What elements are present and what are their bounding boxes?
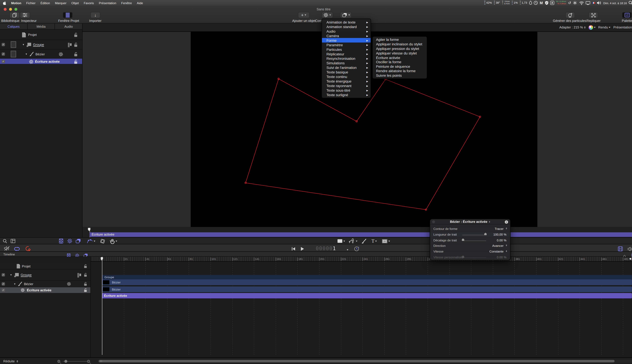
out-point-marker-icon[interactable]: ◀ [629,257,631,260]
hud-panel[interactable]: Bézier : Écriture activée i Contour de f… [430,219,510,260]
presentation-popup[interactable]: Présentation [614,26,632,29]
clock-datetime[interactable]: Dim. 4 oct. à 18:16 [603,2,627,4]
shape-submenu-item[interactable]: Appliquer pression du stylet [373,46,427,51]
color-channel-popup[interactable] [588,25,596,30]
generate-particles-button[interactable] [566,12,575,18]
edit-points-tool[interactable] [87,238,96,244]
shape-submenu-item[interactable]: Peinture de séquence [373,64,427,69]
shield-icon[interactable] [545,1,548,5]
timer-icon[interactable] [354,245,360,252]
zoom-in-icon[interactable] [87,359,91,364]
activation-checkbox[interactable]: ✓ [2,52,5,56]
menubar-help[interactable]: Aide [137,1,143,5]
shape-submenu-item[interactable]: Appliquer vitesse du stylet [373,51,427,55]
stat-cpu[interactable]: CPU1% [512,1,518,5]
tab-audio[interactable]: Audio [55,24,82,29]
rectangle-tool[interactable] [337,238,345,244]
timeline-row-bezier[interactable]: ✓ ▼ Bézier [0,280,90,287]
menubar-mark[interactable]: Marquer [55,1,66,5]
shape-submenu-item[interactable]: Suivre les points [373,73,427,78]
hud-slider-thumb[interactable] [462,238,464,241]
wifi-icon[interactable] [579,1,584,5]
unlock-icon[interactable] [74,32,78,37]
shape-submenu-item[interactable]: Appliquer inclinaison du stylet [373,42,427,46]
stat-sensor[interactable]: SEN38° [494,1,500,5]
menubar-app-menu[interactable]: Motion [11,1,21,5]
record-icon[interactable] [25,245,30,252]
play-button[interactable] [300,246,304,252]
behaviors-menu-item[interactable]: Texte basique▶ [322,70,370,74]
add-object-button[interactable]: + [298,12,310,18]
unlock-icon[interactable] [84,273,87,277]
shape-submenu-item[interactable]: Écriture activée [373,55,427,60]
collapse-popup[interactable]: Réduite [3,359,18,363]
eject-icon[interactable] [550,1,554,5]
activation-checkbox[interactable]: ✓ [2,288,5,292]
timeline-zoom-slider[interactable] [63,361,88,362]
popup-stepper-icon[interactable] [506,245,507,246]
track-bar-bezier-2[interactable]: Bézier [102,286,632,292]
motion-app-icon[interactable]: M [540,1,543,5]
behaviors-button[interactable] [322,12,333,18]
filters-button[interactable] [340,12,352,18]
replicate-button[interactable] [588,12,598,18]
menubar-edit[interactable]: Édition [40,1,50,5]
mini-timebar-write-on[interactable]: Écriture activée [90,232,632,237]
time-machine-icon[interactable]: ↺ [568,1,571,5]
shape-submenu-item[interactable]: Osciller la forme [373,60,427,64]
inspector-button[interactable] [20,12,30,18]
disclosure-triangle[interactable]: ▼ [22,43,24,46]
menubar-view[interactable]: Présentation [99,1,116,5]
timeline-ruler[interactable]: 2141618110112114116118120122124126128130… [91,257,632,262]
unlock-icon[interactable] [74,42,78,47]
layer-row-group[interactable]: ✓ ▼ Groupe [0,40,82,50]
hud-row-value[interactable]: Constante [490,250,504,254]
show-audio-tracks-icon[interactable] [628,246,632,252]
text-tool[interactable]: T [372,238,377,244]
show-video-tracks-icon[interactable] [618,246,623,252]
scrollbar-thumb[interactable] [98,360,614,362]
behaviors-menu-item[interactable]: Suivi de l'animation▶ [322,65,370,70]
behaviors-menu-item[interactable]: Texte rayonnant▶ [322,84,370,88]
stat-network[interactable]: NET0 Ko/s11 Ko/s [502,1,510,5]
paintbrush-tool[interactable] [361,238,366,244]
blend-mode-icon[interactable] [68,42,72,48]
hud-switcher-icon[interactable] [489,221,490,222]
show-filters-icon[interactable] [76,238,81,244]
unlock-icon[interactable] [74,60,78,64]
tab-media[interactable]: Média [28,24,55,29]
hud-row-value[interactable]: Avancer [492,244,504,248]
behaviors-menu-item[interactable]: Simulations▶ [322,61,370,65]
activation-checkbox[interactable]: ✓ [2,282,5,286]
screen-mirroring-icon[interactable] [586,1,590,5]
menubar-window[interactable]: Fenêtre [121,1,132,5]
menubar-file[interactable]: Fichier [26,1,36,5]
apple-logo-icon[interactable] [3,1,6,5]
layout-panel-icon[interactable] [11,238,15,244]
search-icon[interactable] [3,238,7,244]
layer-row-bezier[interactable]: ✓ ▼ Bézier [0,50,82,59]
timecode-display[interactable]: 000001 [316,245,336,251]
timeline-row-project[interactable]: Projet [0,263,90,270]
pan-hand-tool[interactable] [110,238,117,244]
go-to-start-button[interactable] [291,246,296,252]
behaviors-menu-item[interactable]: Texte surligné▶ [322,92,370,97]
hud-row-value[interactable]: Tracer [495,227,504,231]
behaviors-menu-item[interactable]: Resynchronisation▶ [322,56,370,61]
popup-stepper-icon[interactable] [506,250,507,252]
menubar-favorites[interactable]: Favoris [84,1,94,5]
layer-row-project[interactable]: Projet [0,30,82,40]
zoom-slider-knob[interactable] [64,360,67,362]
behaviors-menu-item[interactable]: Particules▶ [322,47,370,52]
blend-mode-icon[interactable] [77,273,82,278]
project-window-button[interactable] [63,12,72,18]
track-bar-bezier-1[interactable]: Bézier [102,280,632,285]
behaviors-menu-item[interactable]: Caméra▶ [322,33,370,38]
playhead-line[interactable] [102,257,102,355]
timeline-row-write-on[interactable]: ✓ Écriture activée [0,287,90,294]
render-popup[interactable]: Rendu [598,26,610,29]
gear-icon[interactable] [59,52,63,56]
timeline-content[interactable]: 2141618110112114116118120122124126128130… [91,257,632,358]
unlock-icon[interactable] [84,264,87,268]
disclosure-triangle[interactable]: ▼ [10,274,12,276]
